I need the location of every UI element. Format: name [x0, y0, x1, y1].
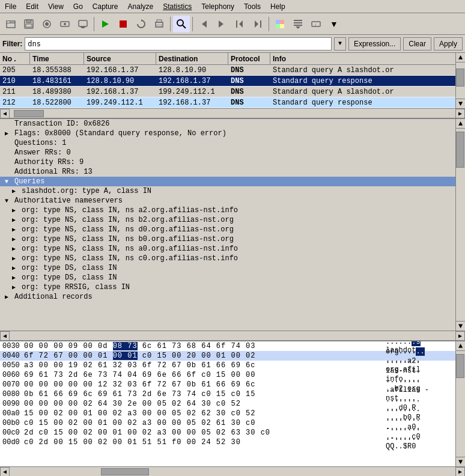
detail-ds-1[interactable]: ▶ org: type DS, class IN: [0, 263, 455, 273]
next-button[interactable]: [213, 16, 230, 32]
apply-button[interactable]: Apply: [434, 37, 463, 50]
detail-ns-b2[interactable]: ▶ org: type NS, class IN, ns b2.org.afil…: [0, 215, 455, 225]
svg-rect-13: [120, 20, 127, 28]
header-no[interactable]: No .: [0, 53, 30, 64]
capture-options-button[interactable]: [56, 16, 73, 32]
detail-ns-d0[interactable]: ▶ org: type NS, class IN, ns d0.org.afil…: [0, 225, 455, 234]
svg-rect-32: [294, 25, 302, 26]
menu-capture[interactable]: Capture: [88, 1, 123, 12]
auto-scroll-button[interactable]: [290, 16, 306, 32]
capture-button[interactable]: [38, 16, 55, 32]
detail-flags[interactable]: ▶ Flags: 0x8000 (Standard query response…: [0, 129, 455, 138]
detail-additional-records[interactable]: ▶ Additional records: [0, 292, 455, 302]
detail-scroll-up[interactable]: ▲: [456, 119, 465, 129]
detail-ns-b0[interactable]: ▶ org: type NS, class IN, ns b0.org.afil…: [0, 234, 455, 244]
detail-ds-2[interactable]: ▶ org: type DS, class IN: [0, 273, 455, 282]
menu-go[interactable]: Go: [68, 1, 88, 12]
hex-scrollbar-thumb[interactable]: [456, 354, 464, 378]
cell-dest: 199.249.112.1: [156, 87, 228, 97]
print-button[interactable]: [151, 16, 168, 32]
packet-row[interactable]: 205 18.355388 192.168.1.37 128.8.10.90 D…: [0, 65, 455, 76]
menubar: File Edit View Go Capture Analyze Statis…: [0, 0, 465, 13]
detail-ns-a0[interactable]: ▶ org: type NS, class IN, ns a0.org.afil…: [0, 244, 455, 254]
hex-scrollbar[interactable]: ▲ ▼: [455, 341, 465, 466]
scroll-up-btn[interactable]: ▲: [456, 53, 465, 63]
save-button[interactable]: [20, 16, 37, 32]
packet-row[interactable]: 212 18.522800 199.249.112.1 192.168.1.37…: [0, 97, 455, 108]
hscroll-left[interactable]: ◀: [0, 109, 10, 118]
cell-protocol: DNS: [228, 97, 270, 108]
cell-info: Standard query A slashdot.or: [270, 87, 455, 97]
clear-button[interactable]: Clear: [403, 37, 431, 50]
svg-rect-3: [26, 20, 31, 23]
jump-last-button[interactable]: [249, 16, 266, 32]
menu-telephony[interactable]: Telephony: [196, 1, 239, 12]
svg-rect-30: [294, 20, 302, 21]
hex-hscroll-thumb[interactable]: [101, 468, 149, 475]
detail-hscroll-right[interactable]: ▶: [455, 331, 465, 341]
packet-list-scrollbar[interactable]: ▲ ▼: [455, 53, 465, 108]
menu-analyze[interactable]: Analyze: [123, 1, 159, 12]
expand-icon: ▼: [5, 198, 12, 204]
start-capture-button[interactable]: [97, 16, 114, 32]
menu-tools[interactable]: Tools: [239, 1, 266, 12]
menu-view[interactable]: View: [43, 1, 68, 12]
hex-scroll-down[interactable]: ▼: [456, 457, 465, 466]
packet-row[interactable]: 211 18.489380 192.168.1.37 199.249.112.1…: [0, 87, 455, 97]
more-button[interactable]: ▼: [326, 16, 342, 32]
menu-help[interactable]: Help: [266, 1, 290, 12]
detail-scrollbar-thumb[interactable]: [456, 132, 464, 168]
detail-rrsig[interactable]: ▶ org: type RRSIG, class IN: [0, 282, 455, 292]
colorize-button[interactable]: [272, 16, 288, 32]
header-source[interactable]: Source: [84, 53, 156, 64]
header-time[interactable]: Time: [30, 53, 84, 64]
filter-dropdown[interactable]: ▼: [334, 37, 346, 50]
packet-row[interactable]: 210 18.483161 128.8.10.90 192.168.1.37 D…: [0, 76, 455, 87]
cell-protocol: DNS: [228, 65, 270, 75]
expand-icon: ▶: [5, 293, 12, 301]
detail-ns-c0[interactable]: ▶ org: type NS, class IN, ns c0.org.afil…: [0, 254, 455, 263]
stop-capture-button[interactable]: [115, 16, 132, 32]
cell-no: 211: [0, 87, 30, 97]
cell-no: 210: [0, 76, 30, 86]
detail-scroll-down[interactable]: ▼: [456, 321, 465, 331]
hex-scroll-up[interactable]: ▲: [456, 341, 465, 351]
detail-ns-a2[interactable]: ▶ org: type NS, class IN, ns a2.org.afil…: [0, 206, 455, 215]
detail-scrollbar[interactable]: ▲ ▼: [455, 119, 465, 331]
detail-questions: Questions: 1: [0, 138, 455, 148]
prev-button[interactable]: [195, 16, 212, 32]
toolbar-sep-3: [192, 17, 193, 31]
detail-slashdot-query[interactable]: ▶ slashdot.org: type A, class IN: [0, 186, 455, 196]
detail-auth-ns-header[interactable]: ▼ Authoritative nameservers: [0, 196, 455, 206]
svg-rect-27: [280, 20, 284, 24]
open-button[interactable]: [2, 16, 19, 32]
cell-info: Standard query A slashdot.or: [270, 65, 455, 75]
detail-hscroll-left[interactable]: ◀: [0, 331, 10, 341]
menu-file[interactable]: File: [0, 1, 21, 12]
detail-queries-header[interactable]: ▼ Queries: [0, 177, 455, 186]
header-info[interactable]: Info: [270, 53, 455, 64]
header-protocol[interactable]: Protocol: [228, 53, 270, 64]
hscroll-right[interactable]: ▶: [455, 109, 465, 118]
capture-interfaces-button[interactable]: [74, 16, 91, 32]
menu-edit[interactable]: Edit: [21, 1, 43, 12]
detail-answer-rrs: Answer RRs: 0: [0, 148, 455, 157]
expression-button[interactable]: Expression...: [348, 37, 401, 50]
filter-input[interactable]: [25, 37, 332, 50]
cell-info: Standard query response: [270, 76, 455, 86]
find-button[interactable]: [173, 16, 190, 32]
svg-rect-31: [294, 22, 302, 23]
hex-hscroll-left[interactable]: ◀: [0, 467, 10, 477]
svg-marker-12: [102, 20, 109, 28]
menu-statistics[interactable]: Statistics: [158, 1, 196, 12]
scrollbar-thumb[interactable]: [456, 69, 464, 87]
header-dest[interactable]: Destination: [156, 53, 228, 64]
zoom-button[interactable]: ↕: [308, 16, 324, 32]
cell-info: Standard query response: [270, 97, 455, 108]
hscroll-thumb[interactable]: [14, 110, 44, 117]
hex-hscroll-right[interactable]: ▶: [455, 467, 465, 477]
restart-capture-button[interactable]: [133, 16, 150, 32]
expand-icon: ▶: [12, 245, 19, 252]
jump-first-button[interactable]: [231, 16, 248, 32]
scroll-down-btn[interactable]: ▼: [456, 99, 465, 108]
